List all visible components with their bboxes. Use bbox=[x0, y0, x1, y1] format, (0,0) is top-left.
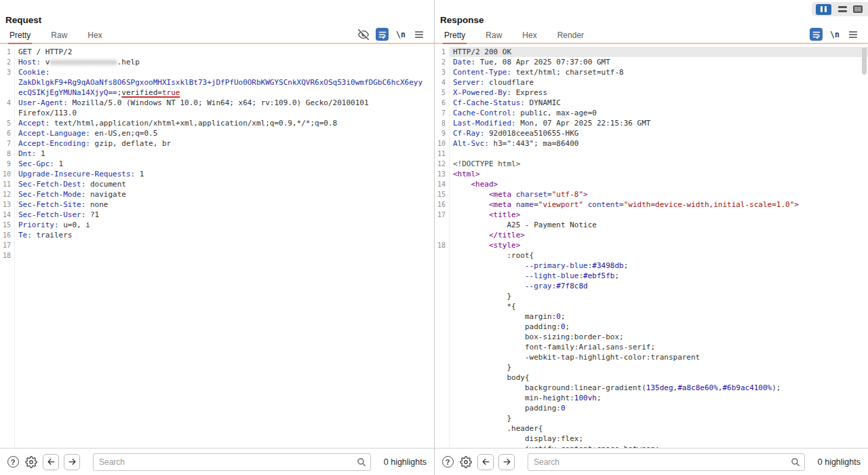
request-tab-toolbar: \n bbox=[357, 28, 425, 41]
code-row: } bbox=[435, 291, 868, 301]
newline-icon[interactable]: \n bbox=[395, 28, 407, 41]
code-row: display:flex; bbox=[435, 434, 868, 444]
line-number: 17 bbox=[435, 210, 449, 220]
request-search-bar: ? 0 highlights bbox=[0, 448, 434, 475]
line-number bbox=[435, 281, 449, 291]
request-tabs-list: PrettyRawHex bbox=[8, 28, 104, 43]
line-number: 13 bbox=[0, 200, 14, 210]
line-number: 13 bbox=[435, 169, 449, 179]
line-number: 5 bbox=[435, 88, 449, 98]
line-number bbox=[435, 220, 449, 230]
next-match-button[interactable] bbox=[498, 454, 515, 470]
line-number: 4 bbox=[435, 77, 449, 88]
line-number bbox=[435, 444, 449, 448]
line-number: 4 bbox=[0, 98, 14, 108]
code-row: .header{ bbox=[435, 423, 868, 434]
line-number: 16 bbox=[0, 230, 14, 240]
code-row: 2Date: Tue, 08 Apr 2025 07:37:00 GMT bbox=[435, 57, 868, 67]
tab-raw[interactable]: Raw bbox=[50, 28, 68, 44]
gear-icon[interactable] bbox=[24, 455, 38, 469]
line-number bbox=[435, 332, 449, 342]
code-row: 16Te: trailers bbox=[0, 230, 434, 240]
request-panel: Request PrettyRawHex \n 1GET / HTTP/22Ho… bbox=[0, 0, 434, 475]
prev-match-button[interactable] bbox=[43, 454, 59, 470]
line-number bbox=[435, 250, 449, 261]
code-row: 1GET / HTTP/2 bbox=[0, 47, 434, 57]
line-number bbox=[435, 362, 449, 373]
code-row: min-height:100vh; bbox=[435, 393, 868, 403]
split-columns-button[interactable] bbox=[816, 4, 831, 15]
gutter-separator bbox=[449, 44, 450, 448]
line-number bbox=[0, 108, 14, 118]
line-number: 15 bbox=[0, 220, 14, 230]
response-panel-title: Response bbox=[435, 0, 868, 28]
code-row: 8Last-Modified: Mon, 07 Apr 2025 22:15:3… bbox=[435, 118, 868, 128]
request-search-input[interactable] bbox=[93, 453, 371, 471]
word-wrap-icon[interactable] bbox=[810, 28, 823, 41]
response-search-bar: ? 0 highlights bbox=[435, 448, 868, 475]
single-pane-button[interactable] bbox=[853, 5, 863, 13]
code-row: 11Sec-Fetch-Dest: document bbox=[0, 179, 434, 189]
code-row: 1HTTP/2 200 OK bbox=[435, 47, 868, 57]
code-row: 3Cookie: bbox=[0, 67, 434, 77]
prev-match-button[interactable] bbox=[477, 454, 494, 470]
menu-icon[interactable] bbox=[413, 28, 425, 41]
code-row: 18 <style> bbox=[435, 240, 868, 250]
line-number: 18 bbox=[435, 240, 449, 250]
code-row: 12<!DOCTYPE html> bbox=[435, 159, 868, 169]
eye-off-icon[interactable] bbox=[357, 28, 370, 41]
code-row: 6Accept-Language: en-US,en;q=0.5 bbox=[0, 128, 434, 138]
word-wrap-icon[interactable] bbox=[376, 28, 389, 41]
code-row: --light-blue:#ebf5fb; bbox=[435, 271, 868, 281]
response-search-input[interactable] bbox=[528, 453, 805, 471]
tab-pretty[interactable]: Pretty bbox=[443, 28, 467, 44]
line-number bbox=[435, 403, 449, 413]
line-number: 1 bbox=[435, 47, 449, 57]
code-row: padding:0; bbox=[435, 322, 868, 332]
line-number: 16 bbox=[435, 200, 449, 210]
menu-icon[interactable] bbox=[847, 28, 859, 41]
request-panel-title: Request bbox=[0, 0, 434, 28]
next-match-button[interactable] bbox=[64, 454, 80, 470]
split-rows-button[interactable] bbox=[836, 4, 848, 15]
code-row: 13<html> bbox=[435, 169, 868, 179]
tab-pretty[interactable]: Pretty bbox=[8, 28, 32, 44]
help-icon[interactable]: ? bbox=[6, 455, 20, 469]
code-row: 15 <meta charset="utf-8"> bbox=[435, 189, 868, 200]
line-number: 12 bbox=[435, 159, 449, 169]
newline-icon[interactable]: \n bbox=[829, 28, 841, 41]
code-row: ecQSIKjEgYMUNa14XjyQ==;verified=true bbox=[0, 88, 434, 98]
response-scrollbar-thumb[interactable] bbox=[862, 48, 867, 75]
line-number: 14 bbox=[435, 179, 449, 189]
line-number: 3 bbox=[0, 67, 14, 77]
line-number: 12 bbox=[0, 189, 14, 200]
line-number: 3 bbox=[435, 67, 449, 77]
code-row: 17 <title> bbox=[435, 210, 868, 220]
line-number: 1 bbox=[0, 47, 14, 57]
gear-icon[interactable] bbox=[459, 455, 473, 469]
code-row: Firefox/113.0 bbox=[0, 108, 434, 118]
line-number: 8 bbox=[0, 149, 14, 159]
help-icon[interactable]: ? bbox=[441, 455, 454, 469]
code-row: 7Accept-Encoding: gzip, deflate, br bbox=[0, 138, 434, 149]
code-row: 14 <head> bbox=[435, 179, 868, 189]
request-editor[interactable]: 1GET / HTTP/22Host: vxxxxxxxxxxxxxxx.hel… bbox=[0, 44, 434, 448]
tab-hex[interactable]: Hex bbox=[521, 28, 538, 44]
tab-render[interactable]: Render bbox=[556, 28, 585, 44]
code-row: 17 bbox=[0, 240, 434, 250]
code-row: 10Alt-Svc: h3=":443"; ma=86400 bbox=[435, 138, 868, 149]
code-row: ZakDklgkF9+Rg9qAOaNfs8O6SPgxooMHXIsxklBt… bbox=[0, 77, 434, 88]
line-number bbox=[435, 271, 449, 281]
line-number: 7 bbox=[0, 138, 14, 149]
line-number: 7 bbox=[435, 108, 449, 118]
line-number: 6 bbox=[435, 98, 449, 108]
code-row: } bbox=[435, 362, 868, 373]
line-number bbox=[435, 434, 449, 444]
code-row: 8Dnt: 1 bbox=[0, 149, 434, 159]
tab-raw[interactable]: Raw bbox=[484, 28, 503, 44]
line-number bbox=[435, 322, 449, 332]
line-number bbox=[435, 230, 449, 240]
code-row: 18 bbox=[0, 250, 434, 261]
tab-hex[interactable]: Hex bbox=[86, 28, 103, 44]
response-editor[interactable]: 1HTTP/2 200 OK2Date: Tue, 08 Apr 2025 07… bbox=[435, 44, 868, 448]
